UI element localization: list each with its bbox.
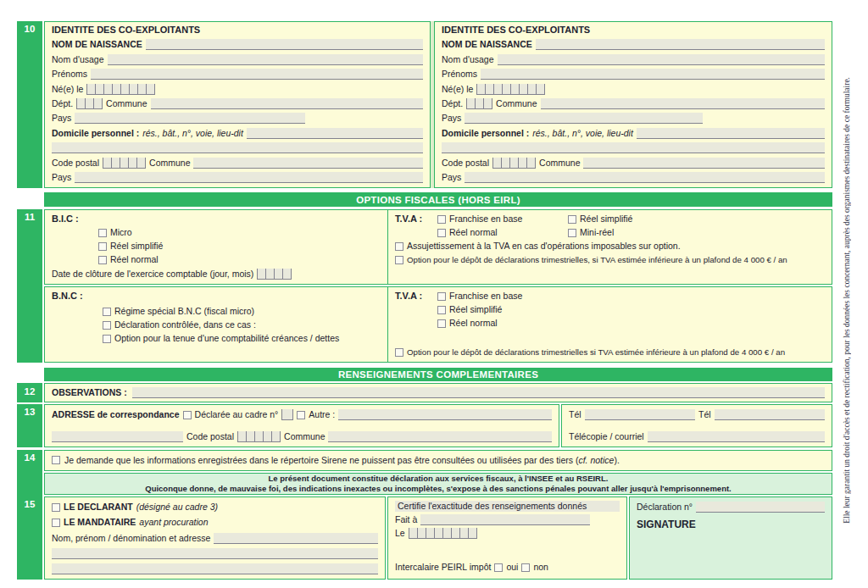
- label-pays: Pays: [442, 113, 461, 124]
- closing-date-field[interactable]: [257, 269, 292, 280]
- name-address-field-line2[interactable]: [52, 548, 378, 559]
- dept-field[interactable]: [76, 98, 103, 109]
- checkbox-tva-franchise[interactable]: [437, 215, 446, 224]
- fiscal-options-header: OPTIONS FISCALES (HORS EIRL): [44, 192, 832, 207]
- observations-field[interactable]: [132, 387, 825, 398]
- observations-label: OBSERVATIONS :: [52, 387, 127, 398]
- commune-field[interactable]: [193, 158, 423, 169]
- label-birth-name: NOM DE NAISSANCE: [52, 39, 142, 50]
- country-field[interactable]: [465, 172, 825, 183]
- usage-name-field[interactable]: [498, 54, 825, 65]
- checkbox-tva-trimestrielles[interactable]: [395, 256, 403, 264]
- birth-date-field[interactable]: [86, 84, 155, 95]
- birth-name-field[interactable]: [536, 39, 825, 50]
- section-number-14-15: 14 15: [17, 450, 42, 580]
- other-address-field[interactable]: [338, 409, 552, 420]
- label-first-names: Prénoms: [52, 69, 87, 80]
- checkbox-declarant[interactable]: [52, 503, 60, 512]
- checkbox-bic-reel-simplifie[interactable]: [98, 242, 107, 251]
- birth-commune-field[interactable]: [541, 98, 825, 109]
- legal-notice-line1: Le présent document constitue déclaratio…: [45, 474, 832, 484]
- birth-country-field[interactable]: [465, 113, 702, 124]
- birth-name-field[interactable]: [146, 39, 423, 50]
- checkbox-bic-reel-normal[interactable]: [98, 256, 107, 264]
- checkbox-bnc-regime-special[interactable]: [103, 308, 111, 316]
- section-number-11: 11: [17, 209, 42, 363]
- side-note: Elle leur garantit un droit d'accès et d…: [837, 21, 856, 580]
- address-label: ADRESSE de correspondance: [52, 409, 180, 420]
- checkbox-tva-mini-reel[interactable]: [568, 229, 576, 237]
- signature-date-field[interactable]: [409, 528, 477, 539]
- dept-field[interactable]: [466, 98, 492, 109]
- tva2-cell: T.V.A : Franchise en base Réel simplifié…: [388, 287, 832, 362]
- checkbox-bnc-comptabilite-creances[interactable]: [103, 335, 111, 343]
- checkbox-tva-reel-simplifie[interactable]: [568, 215, 576, 224]
- birth-commune-field[interactable]: [151, 98, 423, 109]
- checkbox-bic-micro[interactable]: [98, 229, 107, 237]
- usage-name-field[interactable]: [108, 54, 423, 65]
- other-address-field-line2[interactable]: [52, 431, 183, 442]
- label-commune: Commune: [149, 158, 190, 169]
- name-address-field-line3[interactable]: [52, 563, 378, 574]
- declarant-label: LE DECLARANT: [64, 502, 133, 513]
- certify-statement: Certifie l'exactitude des renseignements…: [395, 501, 620, 512]
- observations-box: OBSERVATIONS :: [44, 383, 832, 402]
- section-number-10: 10: [17, 21, 42, 188]
- postal-code-field[interactable]: [492, 158, 536, 169]
- declaration-number-field[interactable]: [696, 502, 825, 513]
- country-field[interactable]: [75, 172, 423, 183]
- label-born-on: Né(e) le: [52, 84, 83, 95]
- oui-label: oui: [506, 562, 518, 573]
- checkbox-tva2-reel-simplifie[interactable]: [437, 306, 446, 314]
- declarant-box: LE DECLARANT (désigné au cadre 3) LE MAN…: [44, 496, 386, 580]
- label-commune: Commune: [496, 98, 537, 109]
- checkbox-mandataire[interactable]: [52, 519, 60, 527]
- label-born-on: Né(e) le: [442, 84, 473, 95]
- label-code-postal: Code postal: [186, 431, 234, 442]
- fait-a-field[interactable]: [420, 514, 590, 525]
- declarant-hint: (désigné au cadre 3): [136, 502, 218, 513]
- label-closing-date: Date de clôture de l'exercice comptable …: [52, 269, 253, 280]
- tel1-field[interactable]: [585, 409, 695, 420]
- domicile-field-line2[interactable]: [52, 142, 423, 153]
- checkbox-tva2-franchise[interactable]: [437, 292, 446, 301]
- checkbox-tva-reel-normal[interactable]: [437, 229, 446, 237]
- signature-label: SIGNATURE: [637, 519, 696, 530]
- checkbox-bnc-declaration-controlee[interactable]: [103, 321, 111, 330]
- label-dept: Dépt.: [52, 98, 73, 109]
- tel1-label: Tél: [569, 409, 581, 420]
- checkbox-declared-frame[interactable]: [183, 411, 192, 419]
- label-birth-name: NOM DE NAISSANCE: [442, 39, 532, 50]
- postal-code-field[interactable]: [103, 158, 146, 169]
- label-domicile-hint: rés., bât., n°, voie, lieu-dit: [532, 128, 633, 139]
- declared-frame-label: Déclarée au cadre n°: [195, 409, 279, 420]
- first-names-field[interactable]: [481, 69, 825, 80]
- checkbox-sirene-opposition[interactable]: [52, 456, 60, 464]
- birth-country-field[interactable]: [75, 113, 305, 124]
- checkbox-tva2-trimestrielles[interactable]: [395, 348, 403, 357]
- frame-number-field[interactable]: [281, 409, 293, 420]
- checkbox-tva-assujettissement[interactable]: [395, 242, 403, 251]
- birth-date-field[interactable]: [476, 84, 545, 95]
- fax-field[interactable]: [648, 431, 825, 442]
- label-code-postal: Code postal: [442, 158, 489, 169]
- commune-field[interactable]: [583, 158, 825, 169]
- first-names-field[interactable]: [91, 69, 423, 80]
- tva1-title: T.V.A :: [395, 214, 434, 225]
- domicile-field[interactable]: [247, 128, 423, 139]
- other-label: Autre :: [309, 409, 335, 420]
- checkbox-peirl-non[interactable]: [521, 563, 530, 572]
- domicile-field[interactable]: [637, 128, 825, 139]
- label-pays: Pays: [52, 172, 71, 183]
- correspondence-postal-code-field[interactable]: [237, 431, 281, 442]
- correspondence-commune-field[interactable]: [328, 431, 552, 442]
- box-title: IDENTITE DES CO-EXPLOITANTS: [52, 25, 200, 36]
- tel2-field[interactable]: [715, 409, 825, 420]
- label-code-postal: Code postal: [52, 158, 99, 169]
- checkbox-peirl-oui[interactable]: [494, 563, 503, 572]
- checkbox-other-address[interactable]: [297, 411, 305, 419]
- checkbox-tva2-reel-normal[interactable]: [437, 319, 446, 328]
- domicile-field-line2[interactable]: [442, 142, 825, 153]
- bic-cell: B.I.C : Micro Réel simplifié Réel normal…: [45, 210, 388, 284]
- name-address-field[interactable]: [214, 533, 378, 544]
